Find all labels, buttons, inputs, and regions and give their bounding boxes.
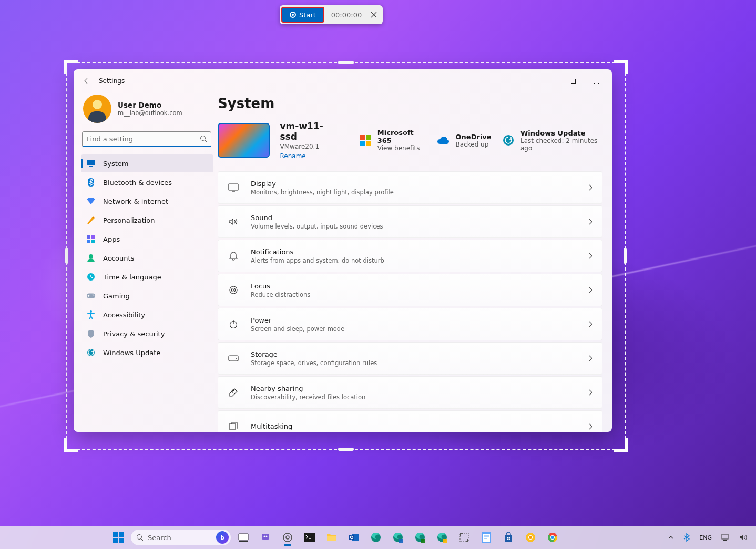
task-view-icon[interactable] [234, 528, 253, 547]
svg-rect-6 [91, 235, 95, 239]
start-button[interactable] [109, 528, 128, 547]
svg-point-23 [236, 358, 237, 359]
svg-point-20 [233, 289, 234, 291]
nav-label: Network & internet [103, 198, 168, 205]
card-title: Sound [251, 214, 588, 222]
edge-dev-icon[interactable] [389, 528, 407, 547]
sidebar-item-accounts[interactable]: Accounts [81, 249, 213, 267]
nav-label: Windows Update [103, 349, 160, 357]
network-tray-icon[interactable] [719, 533, 732, 542]
sidebar-item-gaming[interactable]: Gaming [81, 287, 213, 305]
svg-rect-5 [87, 235, 90, 239]
sidebar-item-apps[interactable]: Apps [81, 230, 213, 248]
edge-canary-icon[interactable] [433, 528, 452, 547]
network-icon [86, 196, 96, 206]
taskbar: Search b ENG [0, 526, 756, 549]
card-subtitle: Monitors, brightness, night light, displ… [251, 189, 588, 196]
rename-link[interactable]: Rename [280, 152, 338, 160]
svg-rect-58 [722, 534, 728, 539]
notepad-icon[interactable] [477, 528, 496, 547]
bluetooth-tray-icon[interactable] [681, 532, 692, 543]
settings-card-display[interactable]: DisplayMonitors, brightness, night light… [218, 171, 602, 204]
language-indicator[interactable]: ENG [697, 533, 714, 542]
chevron-right-icon [588, 321, 592, 327]
settings-card-nearby[interactable]: Nearby sharingDiscoverability, received … [218, 376, 602, 409]
snipping-tool-icon[interactable] [455, 528, 474, 547]
settings-card-storage[interactable]: StorageStorage space, drives, configurat… [218, 342, 602, 375]
chrome-canary-icon[interactable] [521, 528, 540, 547]
svg-rect-22 [229, 356, 238, 361]
user-name: User Demo [118, 101, 182, 109]
winupdate-sub: Last checked: 2 minutes ago [520, 137, 602, 152]
svg-rect-7 [87, 240, 90, 243]
sidebar-item-privacy[interactable]: Privacy & security [81, 325, 213, 343]
power-icon [228, 318, 239, 330]
maximize-button[interactable] [561, 73, 585, 89]
user-account-row[interactable]: User Demo m__lab@outlook.com [81, 92, 213, 131]
recorder-start-button[interactable]: Start [281, 7, 324, 23]
apps-icon [86, 234, 96, 244]
svg-point-30 [266, 536, 268, 537]
sidebar-item-accessibility[interactable]: Accessibility [81, 306, 213, 324]
chrome-icon[interactable] [543, 528, 562, 547]
card-subtitle: Volume levels, output, input, sound devi… [251, 223, 588, 230]
back-button[interactable] [78, 72, 95, 89]
svg-rect-8 [91, 240, 95, 243]
privacy-icon [86, 329, 96, 338]
settings-card-power[interactable]: PowerScreen and sleep, power mode [218, 308, 602, 340]
svg-rect-48 [507, 537, 508, 538]
edge-icon[interactable] [366, 528, 385, 547]
svg-rect-47 [483, 534, 490, 542]
onedrive-info[interactable]: OneDriveBacked up [436, 133, 492, 148]
svg-rect-0 [571, 79, 575, 83]
tray-overflow-icon[interactable] [666, 533, 676, 542]
sidebar-item-system[interactable]: System [81, 154, 213, 172]
svg-rect-36 [349, 535, 354, 540]
sidebar-item-bluetooth[interactable]: Bluetooth & devices [81, 173, 213, 191]
taskbar-search[interactable]: Search b [131, 530, 231, 545]
svg-point-54 [529, 536, 532, 539]
sound-icon [228, 216, 239, 227]
chevron-right-icon [588, 287, 592, 293]
minimize-button[interactable] [538, 73, 561, 89]
card-subtitle: Screen and sleep, power mode [251, 325, 588, 333]
chat-icon[interactable] [256, 528, 275, 547]
card-subtitle: Storage space, drives, configuration rul… [251, 359, 588, 367]
update-icon [86, 348, 96, 357]
recorder-close-button[interactable] [367, 8, 381, 22]
settings-window: Settings User Demo m__lab@outlook.com Sy… [74, 69, 612, 432]
svg-rect-2 [87, 160, 95, 165]
settings-card-focus[interactable]: FocusReduce distractions [218, 274, 602, 306]
settings-taskbar-icon[interactable] [278, 528, 297, 547]
nav-label: Accessibility [103, 311, 145, 319]
accounts-icon [86, 253, 96, 263]
card-title: Focus [251, 282, 588, 290]
personalization-icon [86, 215, 96, 225]
svg-point-9 [89, 254, 93, 258]
search-input[interactable] [82, 131, 211, 147]
svg-point-29 [264, 536, 265, 537]
svg-rect-34 [327, 536, 336, 541]
card-subtitle: Reduce distractions [251, 291, 588, 298]
sidebar-item-network[interactable]: Network & internet [81, 192, 213, 210]
card-title: Multitasking [251, 422, 588, 430]
outlook-icon[interactable] [344, 528, 363, 547]
card-title: Nearby sharing [251, 385, 588, 392]
volume-tray-icon[interactable] [737, 533, 750, 542]
settings-card-multitasking[interactable]: Multitasking [218, 410, 602, 432]
edge-beta-icon[interactable] [411, 528, 430, 547]
winupdate-info[interactable]: Windows UpdateLast checked: 2 minutes ag… [502, 129, 602, 152]
device-name: vm-w11-ssd [280, 121, 338, 142]
store-icon[interactable] [499, 528, 518, 547]
sidebar-item-update[interactable]: Windows Update [81, 344, 213, 361]
settings-card-sound[interactable]: SoundVolume levels, output, input, sound… [218, 205, 602, 238]
sidebar-item-time[interactable]: Time & language [81, 268, 213, 286]
svg-rect-17 [229, 184, 238, 190]
sidebar-item-personalization[interactable]: Personalization [81, 211, 213, 229]
file-explorer-icon[interactable] [322, 528, 341, 547]
m365-info[interactable]: Microsoft 365View benefits [359, 129, 425, 152]
close-button[interactable] [585, 73, 608, 89]
terminal-icon[interactable] [300, 528, 319, 547]
settings-card-notifications[interactable]: NotificationsAlerts from apps and system… [218, 240, 602, 272]
notifications-icon [228, 250, 239, 262]
